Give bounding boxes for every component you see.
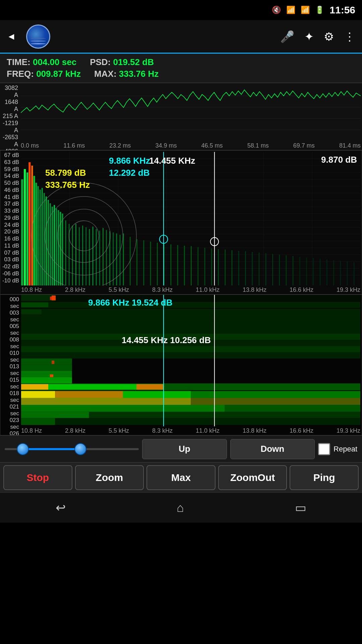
max-label: MAX: [94, 69, 116, 79]
max-value: 333.76 Hz [119, 69, 159, 79]
controls-row: Up Down Repeat [0, 435, 362, 462]
svg-rect-77 [191, 246, 192, 285]
recent-nav-icon[interactable]: ▭ [295, 501, 306, 515]
svg-rect-124 [21, 352, 360, 359]
range-slider[interactable] [5, 442, 139, 456]
svg-rect-59 [96, 229, 97, 285]
svg-rect-114 [21, 302, 360, 308]
svg-rect-97 [326, 259, 327, 285]
svg-rect-47 [58, 210, 59, 285]
svg-rect-0 [21, 85, 361, 141]
time-value: 004.00 sec [33, 57, 76, 67]
slider-thumb-right[interactable] [74, 443, 86, 455]
settings-icon[interactable]: ⚙ [324, 30, 334, 43]
stop-button[interactable]: Stop [3, 465, 72, 490]
svg-rect-92 [293, 256, 294, 285]
svg-rect-33 [28, 162, 31, 285]
freq-value: 009.87 kHz [36, 69, 81, 79]
sgram-cyan-label: 9.866 KHz 19.524 dB [88, 298, 172, 308]
zoomout-button[interactable]: ZoomOut [218, 465, 287, 490]
svg-rect-144 [21, 418, 360, 425]
microphone-icon[interactable]: 🎤 [280, 30, 294, 43]
svg-rect-36 [36, 183, 37, 285]
svg-rect-79 [204, 248, 205, 285]
svg-rect-80 [211, 249, 212, 285]
bottom-buttons: Stop Zoom Max ZoomOut Ping [0, 462, 362, 492]
svg-rect-86 [252, 252, 253, 285]
spectrum-canvas: 58.799 dB 333.765 Hz 9.866 KHz 12.292 dB… [21, 152, 360, 285]
svg-rect-98 [333, 260, 334, 285]
max-button[interactable]: Max [146, 465, 216, 490]
slider-thumb-left[interactable] [17, 443, 29, 455]
svg-rect-120 [21, 327, 360, 334]
svg-rect-37 [38, 186, 39, 285]
svg-rect-70 [143, 240, 144, 285]
svg-rect-57 [89, 229, 90, 285]
svg-rect-91 [286, 255, 287, 285]
svg-rect-66 [119, 235, 120, 285]
zoom-button[interactable]: Zoom [75, 465, 144, 490]
svg-rect-38 [40, 190, 41, 285]
svg-rect-135 [21, 391, 55, 398]
svg-rect-75 [177, 245, 178, 285]
svg-rect-126 [21, 365, 72, 371]
svg-rect-55 [82, 225, 83, 285]
home-nav-icon[interactable]: ⌂ [177, 501, 184, 515]
spectrogram-section[interactable]: 000 sec 003 sec 005 sec 008 sec 010 sec … [0, 294, 362, 435]
clock: 11:56 [329, 4, 355, 16]
svg-rect-139 [21, 398, 191, 405]
back-nav-icon[interactable]: ↩ [56, 501, 66, 515]
spectrum-section[interactable]: 67 dB 63 dB 59 dB 54 dB 50 dB 46 dB 41 d… [0, 150, 362, 294]
svg-rect-45 [54, 205, 55, 285]
svg-rect-151 [50, 374, 53, 377]
svg-rect-71 [150, 241, 151, 285]
svg-rect-54 [79, 227, 80, 285]
svg-rect-85 [245, 251, 246, 285]
svg-rect-35 [33, 176, 35, 285]
svg-rect-81 [218, 249, 219, 285]
svg-rect-61 [103, 228, 104, 285]
svg-rect-30 [21, 179, 23, 285]
svg-rect-93 [299, 257, 300, 285]
ping-button[interactable]: Ping [290, 465, 359, 490]
app-logo [26, 24, 50, 49]
svg-rect-49 [62, 214, 63, 285]
spectrum-x-axis: 10.8 Hz 2.8 kHz 5.5 kHz 8.3 kHz 11.0 kHz… [21, 286, 360, 293]
svg-rect-74 [170, 245, 171, 285]
repeat-checkbox[interactable] [318, 443, 330, 455]
svg-rect-149 [50, 297, 53, 300]
svg-rect-143 [21, 412, 89, 418]
svg-rect-31 [24, 169, 26, 285]
svg-rect-117 [21, 309, 42, 314]
spectrogram-y-axis: 000 sec 003 sec 005 sec 008 sec 010 sec … [0, 295, 21, 426]
svg-rect-141 [21, 405, 225, 412]
svg-rect-128 [21, 377, 72, 384]
svg-rect-82 [225, 250, 226, 285]
down-button[interactable]: Down [230, 439, 315, 459]
svg-rect-125 [21, 359, 72, 365]
up-button[interactable]: Up [142, 439, 227, 459]
svg-rect-52 [72, 225, 73, 285]
svg-rect-89 [272, 254, 273, 285]
svg-rect-90 [279, 255, 280, 285]
wifi-icon: 📶 [286, 6, 295, 14]
signal-icon: 📶 [301, 6, 310, 14]
mute-icon: 🔇 [272, 6, 281, 14]
psd-value: 019.52 dB [113, 57, 154, 67]
svg-rect-58 [93, 226, 94, 285]
spectrogram-x-axis: 10.8 Hz 2.8 kHz 5.5 kHz 8.3 kHz 11.0 kHz… [21, 427, 360, 434]
battery-icon: 🔋 [315, 6, 324, 14]
svg-rect-118 [21, 315, 360, 321]
waveform-section: 3082 A 1648 A 215 A -1219 A -2653 A -408… [0, 83, 362, 150]
more-menu-icon[interactable]: ⋮ [344, 30, 355, 43]
svg-rect-46 [56, 208, 57, 285]
svg-rect-131 [21, 384, 48, 390]
svg-rect-64 [113, 232, 114, 285]
svg-rect-84 [238, 251, 239, 285]
svg-rect-87 [258, 253, 259, 285]
waveform-icon[interactable]: ✦ [304, 30, 314, 43]
back-button[interactable]: ◄ [7, 31, 16, 42]
svg-rect-100 [347, 262, 348, 285]
svg-rect-44 [52, 207, 53, 285]
svg-rect-62 [106, 230, 107, 285]
